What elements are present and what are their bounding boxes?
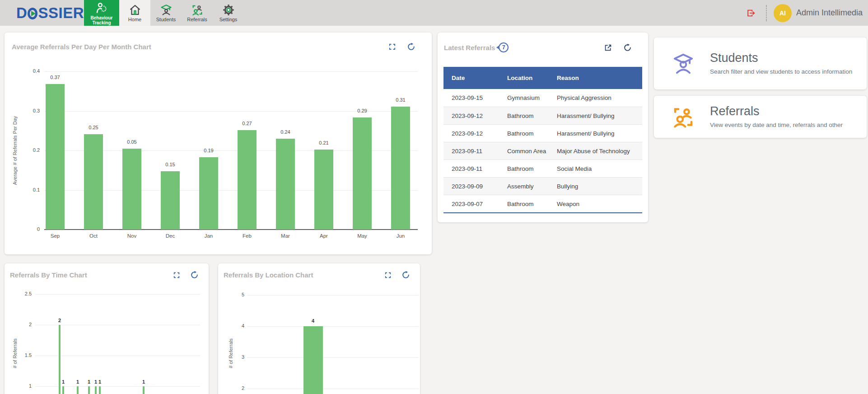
referral-date: 2023-09-11 — [443, 160, 499, 177]
x-category-label: Sep — [42, 233, 69, 239]
bar-value-label: 0.31 — [387, 97, 414, 103]
student-graduate-icon — [671, 52, 695, 76]
nav-tabs: Behaviour TrackingHomeStudentsReferralsS… — [84, 0, 244, 26]
referrals-by-location-card: Referrals By Location Chart # of Referra… — [218, 263, 420, 394]
avatar[interactable]: AI — [774, 4, 792, 22]
home-icon — [129, 4, 141, 16]
column-header: Date — [443, 67, 499, 89]
bar — [314, 150, 333, 230]
referral-location: Bathroom — [499, 160, 549, 177]
table-row[interactable]: 2023-09-11Common AreaMajor Abuse of Tech… — [443, 142, 642, 159]
avg-referrals-chart-card: Average Referrals Per Day Per Month Char… — [5, 33, 432, 254]
gridline — [247, 295, 419, 296]
bar — [62, 386, 64, 394]
referral-count-badge: 7 — [499, 42, 509, 52]
table-row[interactable]: 2023-09-12BathroomHarassment/ Bullying — [443, 107, 642, 124]
y-tick-label: 4 — [225, 323, 244, 328]
avg-chart-y-axis-title: Average # of Referrals Per Day — [12, 112, 18, 189]
table-row[interactable]: 2023-09-09AssemblyBullying — [443, 177, 642, 195]
bar — [88, 386, 90, 394]
referral-location: Bathroom — [499, 107, 549, 124]
settings-icon — [222, 4, 235, 16]
refresh-icon[interactable] — [623, 43, 632, 52]
gridline — [247, 389, 419, 389]
referrals-people-icon — [671, 105, 695, 129]
y-tick-label: 2 — [225, 385, 244, 391]
table-row[interactable]: 2023-09-11BathroomSocial Media — [443, 159, 642, 177]
table-row[interactable]: 2023-09-15GymnasiumPhysical Aggression — [443, 89, 642, 107]
students-nav-card[interactable]: Students Search filter and view students… — [654, 38, 867, 89]
referral-reason: Harassment/ Bullying — [549, 107, 642, 124]
referrals-by-time-bar-chart: # of Referrals 11.522.52111111 — [5, 263, 209, 394]
referrals-by-time-card: Referrals By Time Chart # of Referrals 1… — [5, 263, 209, 394]
logout-icon[interactable] — [746, 8, 756, 18]
bar — [99, 386, 101, 394]
bar — [303, 326, 323, 394]
latest-referrals-table: DateLocationReason2023-09-15GymnasiumPhy… — [443, 67, 642, 213]
referral-reason: Bullying — [549, 178, 642, 195]
bar — [84, 134, 103, 230]
bar-value-label: 0.05 — [118, 139, 145, 145]
table-row[interactable]: 2023-09-07BathroomWeapon — [443, 195, 642, 212]
gridline — [44, 71, 418, 72]
x-category-label: Apr — [310, 233, 337, 239]
x-category-label: Nov — [118, 233, 145, 239]
y-tick-label: 3 — [225, 354, 244, 360]
referral-reason: Social Media — [549, 160, 642, 177]
dossier-logo[interactable]: D SSIER — [16, 0, 84, 26]
y-tick-label: 0.4 — [21, 68, 40, 74]
table-row[interactable]: 2023-09-12BathroomHarassment/ Bullying — [443, 124, 642, 142]
user-name[interactable]: Admin Intellimedia — [796, 8, 863, 18]
referral-location: Gymnasium — [499, 89, 549, 107]
bar — [391, 107, 410, 230]
bar-value-label: 0.37 — [42, 75, 69, 80]
bar-value-label: 2 — [46, 318, 73, 323]
referral-reason: Weapon — [549, 195, 642, 212]
x-category-label: Jun — [387, 233, 414, 239]
bar-value-label: 0.15 — [157, 162, 184, 167]
referrals-card-title: Referrals — [710, 104, 843, 118]
tab-referrals[interactable]: Referrals — [182, 0, 213, 26]
bar — [199, 157, 218, 230]
location-chart-y-axis-title: # of Referrals — [228, 331, 233, 376]
logo-text-left: D — [16, 5, 27, 22]
tab-behaviour-tracking[interactable]: Behaviour Tracking — [84, 0, 119, 26]
x-category-label: Dec — [157, 233, 184, 239]
logo-text-right: SSIER — [38, 5, 84, 22]
bar-value-label: 0.24 — [272, 129, 299, 135]
tab-label: Home — [128, 17, 141, 22]
bar — [143, 386, 145, 394]
navbar-divider — [766, 5, 767, 21]
referral-reason: Harassment/ Bullying — [549, 125, 642, 142]
navbar-user-area: AI Admin Intellimedia — [746, 0, 863, 26]
bar — [77, 386, 79, 394]
bar — [353, 117, 372, 230]
bar-value-label: 4 — [299, 318, 327, 324]
students-icon — [160, 4, 173, 16]
referral-date: 2023-09-12 — [443, 107, 499, 124]
referrals-card-subtitle: View events by date and time, referrals … — [710, 121, 843, 129]
y-tick-label: 0.1 — [21, 187, 40, 192]
bar — [161, 171, 180, 230]
bar-value-label: 0.21 — [310, 140, 337, 145]
referrals-nav-card[interactable]: Referrals View events by date and time, … — [654, 96, 867, 138]
y-tick-label: 0.3 — [21, 108, 40, 113]
referral-location: Common Area — [499, 142, 549, 159]
y-tick-label: 5 — [225, 292, 244, 297]
students-card-subtitle: Search filter and view students to acces… — [710, 67, 852, 76]
bar-value-label: 1 — [86, 379, 113, 385]
y-tick-label: 2 — [13, 322, 32, 327]
bar — [46, 84, 65, 230]
x-category-label: Jan — [195, 233, 222, 239]
referral-reason: Major Abuse of Technology — [549, 142, 642, 159]
y-tick-label: 1 — [13, 383, 32, 389]
referral-location: Assembly — [499, 178, 549, 195]
tab-students[interactable]: Students — [150, 0, 182, 26]
tab-label: Students — [156, 17, 176, 22]
tab-label: Referrals — [187, 17, 207, 22]
tab-settings[interactable]: Settings — [213, 0, 244, 26]
open-in-new-icon[interactable] — [604, 43, 612, 52]
gridline — [247, 357, 419, 358]
tab-home[interactable]: Home — [119, 0, 150, 26]
referral-date: 2023-09-12 — [443, 125, 499, 142]
